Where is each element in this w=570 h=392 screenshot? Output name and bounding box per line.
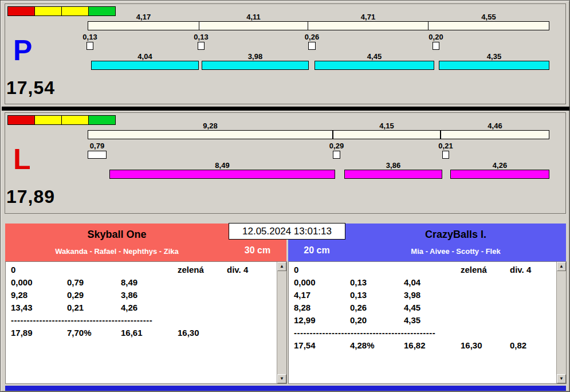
crossing-time-label: 0,13 (181, 33, 221, 41)
split-time-label: 4,11 (234, 13, 274, 21)
result-cell: 0,13 (350, 289, 367, 301)
split-time-label: 4,15 (367, 121, 407, 130)
result-cell: zelená (461, 264, 487, 276)
crossing-boxes-row (5, 151, 565, 160)
result-cell: 8,28 (294, 301, 310, 314)
result-row: 0,0000,798,49 (6, 276, 277, 289)
run-bars-row (5, 170, 565, 179)
split-time-bar (428, 21, 549, 30)
scroll-down-button[interactable]: ▼ (277, 374, 286, 383)
crossing-time-label: 0,29 (317, 142, 357, 150)
result-cell: div. 4 (510, 264, 531, 276)
result-cell: 0,82 (510, 339, 526, 352)
crossing-boxes-row (5, 42, 565, 52)
lane-total-time: 17,89 (6, 186, 55, 207)
result-cell: 9,28 (11, 289, 27, 301)
split-time-bar (88, 130, 333, 139)
run-time-label: 4,04 (125, 52, 165, 61)
run-time-label: 4,45 (355, 52, 395, 61)
split-time-label: 9,28 (190, 121, 230, 130)
result-cell: 0,000 (294, 276, 316, 289)
result-row: 0zelenádiv. 4 (6, 264, 277, 276)
result-row: 17,544,28%16,8216,300,82 (289, 339, 556, 352)
result-cell: 4,26 (121, 301, 137, 314)
split-time-label: 4,71 (348, 13, 388, 21)
scroll-up-icon: ▲ (280, 264, 284, 269)
result-row: 0zelenádiv. 4 (289, 264, 556, 276)
scrollbar[interactable]: ▲ ▼ (277, 262, 286, 383)
result-row: 4,170,133,98 (289, 289, 556, 301)
result-cell: 0,20 (350, 314, 367, 327)
run-time-bar (450, 170, 549, 179)
run-time-label: 8,49 (202, 161, 242, 170)
scroll-up-button[interactable]: ▲ (277, 262, 286, 271)
crossing-time-box (308, 42, 316, 50)
split-time-label: 4,55 (469, 13, 509, 21)
scroll-up-icon: ▲ (559, 264, 564, 269)
jump-height-label: 30 cm (229, 242, 286, 258)
crossing-time-box (433, 42, 439, 50)
split-time-label: 4,46 (475, 121, 515, 130)
result-cell: 0,000 (11, 276, 33, 289)
crossing-time-label: 0,13 (70, 33, 110, 41)
run-time-label: 3,98 (235, 52, 276, 61)
result-cell: 16,61 (121, 327, 143, 339)
result-separator: ----------------------------------------… (6, 314, 277, 327)
flyball-timer-window: P 4,174,114,714,55 0,130,130,260,20 4,04… (0, 0, 570, 392)
crossing-time-box (198, 42, 205, 50)
split-time-bar (199, 21, 308, 30)
result-cell: 0 (11, 264, 15, 276)
split-time-bars-row (5, 21, 565, 31)
result-cell: 0,26 (350, 301, 367, 314)
scrollbar[interactable]: ▲ ▼ (556, 262, 566, 383)
scroll-up-button[interactable]: ▲ (557, 262, 566, 271)
result-cell: 3,86 (121, 289, 137, 301)
crossing-time-label: 0,21 (426, 142, 466, 150)
result-separator: ----------------------------------------… (289, 327, 556, 339)
crossing-time-label: 0,79 (77, 142, 117, 150)
result-cell: 0 (294, 264, 298, 276)
run-time-bar (202, 61, 309, 70)
result-cell: 4,45 (404, 301, 420, 314)
jump-height-label: 20 cm (288, 242, 345, 258)
result-cell: 4,04 (404, 276, 420, 289)
result-cell: 17,54 (294, 339, 316, 352)
scroll-down-button[interactable]: ▼ (557, 374, 566, 383)
result-cell: 0,13 (350, 276, 367, 289)
result-cell: 0,21 (67, 301, 84, 314)
run-time-label: 3,86 (374, 161, 414, 170)
lane-panel-p: P 4,174,114,714,55 0,130,130,260,20 4,04… (5, 3, 566, 104)
datetime-display: 12.05.2024 13:01:13 (229, 223, 345, 240)
run-time-label: 4,35 (474, 52, 514, 61)
team-name: Skyball One (5, 228, 229, 241)
result-cell: 0,79 (67, 276, 84, 289)
result-cell: 17,89 (11, 327, 33, 339)
crossing-time-box (442, 151, 449, 159)
result-cell: 4,17 (294, 289, 310, 301)
result-row: 0,0000,134,04 (289, 276, 556, 289)
run-time-bar (91, 61, 199, 70)
team-dogs: Wakanda - Rafael - Nephthys - Zika (5, 247, 229, 256)
result-cell: 3,98 (404, 289, 420, 301)
result-row: 9,280,293,86 (6, 289, 277, 301)
status-bar (5, 386, 566, 391)
lane-divider (2, 107, 569, 111)
result-cell: 12,99 (294, 314, 316, 327)
team-dogs: Mia - Aivee - Scotty - Flek (345, 247, 566, 256)
run-time-bar (439, 61, 549, 70)
split-time-bar (333, 130, 441, 139)
crossing-time-label: 0,26 (292, 33, 332, 41)
result-cell: zelená (178, 264, 204, 276)
crossing-time-box (87, 42, 93, 50)
result-row: 13,430,214,26 (6, 301, 277, 314)
result-cell: 8,49 (121, 276, 137, 289)
run-time-label: 4,26 (480, 161, 520, 170)
result-list-body: 0zelenádiv. 40,0000,134,044,170,133,988,… (289, 264, 556, 383)
lane-total-time: 17,54 (6, 77, 55, 99)
crossing-labels-row: 0,130,130,260,20 (5, 33, 565, 42)
result-row: 12,990,204,35 (289, 314, 556, 327)
crossing-time-box (88, 151, 107, 159)
run-time-bar (109, 170, 335, 179)
split-time-bar (308, 21, 429, 30)
result-list-left: 0zelenádiv. 40,0000,798,499,280,293,8613… (5, 261, 287, 384)
